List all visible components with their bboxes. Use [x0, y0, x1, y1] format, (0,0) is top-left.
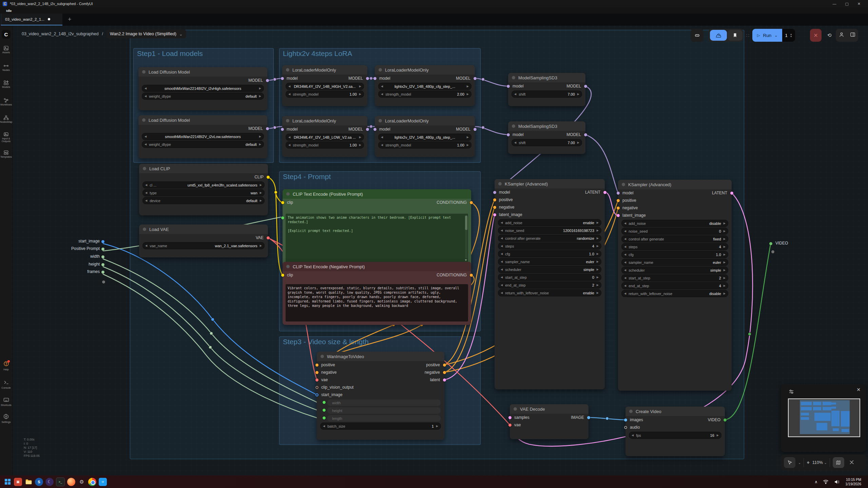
port-MODEL[interactable]	[366, 77, 369, 80]
port-positive[interactable]	[443, 364, 446, 367]
widget-left-arrow[interactable]: ◀	[501, 268, 503, 271]
collapse-dot[interactable]	[514, 407, 517, 411]
widget-width[interactable]: width	[327, 399, 441, 406]
widget-control after generate[interactable]: ◀control after generaterandomize▶	[498, 235, 601, 242]
widget-DR34ML4Y_I2V_14B_HIGH_V2.sa...[interactable]: ◀DR34ML4Y_I2V_14B_HIGH_V2.sa...▶	[286, 83, 364, 90]
port-model[interactable]	[507, 85, 510, 88]
collapse-dot[interactable]	[498, 182, 502, 186]
widget-strength_model[interactable]: ◀strength_model2.00▶	[378, 91, 471, 98]
prompt-textarea[interactable]: The animation shows two anime characters…	[286, 214, 468, 264]
widget-right-arrow[interactable]: ▶	[597, 291, 599, 294]
collapse-dot[interactable]	[512, 124, 515, 128]
taskbar-app-settings[interactable]: ⚙	[78, 478, 86, 486]
sidebar-item-workflows[interactable]: Workflows	[0, 98, 12, 106]
port-MODEL[interactable]	[474, 128, 477, 131]
widget-left-arrow[interactable]: ◀	[501, 245, 503, 248]
widget-start_at_step[interactable]: ◀start_at_step0▶	[498, 274, 601, 281]
taskbar-app-1[interactable]: ▣	[14, 478, 22, 486]
collapse-dot[interactable]	[286, 192, 290, 196]
widget-right-arrow[interactable]: ▶	[467, 136, 469, 139]
port-positive[interactable]	[617, 199, 620, 202]
tool-chevron[interactable]: ⌄	[798, 461, 801, 465]
node-header[interactable]: Create Video	[625, 407, 725, 416]
taskbar-app-chrome[interactable]	[88, 478, 96, 486]
minimap-close-icon[interactable]: ✕	[856, 387, 861, 392]
port-LATENT[interactable]	[603, 191, 606, 194]
node-header[interactable]: LoraLoaderModelOnly	[282, 116, 367, 125]
widget-left-arrow[interactable]: ◀	[145, 191, 147, 194]
widget-batch_size[interactable]: ◀batch_size1▶	[320, 423, 441, 430]
port-start_image[interactable]	[315, 393, 319, 396]
collapse-dot[interactable]	[286, 119, 289, 122]
collapse-dot[interactable]	[286, 68, 289, 72]
widget-right-arrow[interactable]: ▶	[597, 221, 599, 224]
widget-right-arrow[interactable]: ▶	[724, 284, 726, 287]
widget-steps[interactable]: ◀steps4▶	[498, 242, 601, 250]
widget-left-arrow[interactable]: ◀	[624, 245, 626, 248]
widget-left-arrow[interactable]: ◀	[501, 229, 503, 232]
port-vae[interactable]	[508, 424, 512, 427]
widget-right-arrow[interactable]: ▶	[597, 245, 599, 248]
taskbar-app-3[interactable]: ☾	[45, 478, 54, 486]
port-model[interactable]	[373, 128, 377, 131]
widget-right-arrow[interactable]: ▶	[359, 93, 361, 96]
workflow-tab[interactable]: 03_video_wan2_2_1...	[1, 14, 62, 25]
sidebar-item-assets[interactable]: Assets	[0, 45, 12, 54]
port-negative[interactable]	[493, 206, 496, 209]
widget-right-arrow[interactable]: ▶	[724, 237, 726, 240]
widget-device[interactable]: ◀devicedefault▶	[142, 197, 265, 204]
port-latent_image[interactable]	[493, 213, 496, 216]
widget-left-arrow[interactable]: ◀	[288, 85, 290, 88]
tray-chevron-icon[interactable]: ∧	[814, 480, 817, 484]
minimap-settings-icon[interactable]	[788, 389, 794, 395]
collapse-dot[interactable]	[629, 410, 633, 413]
widget-left-arrow[interactable]: ◀	[501, 221, 503, 224]
sidebar-item-nodesmap[interactable]: NodesMap	[0, 115, 12, 123]
user-button[interactable]	[836, 32, 847, 39]
breadcrumb-root[interactable]: 03_video_wan2_2_14B_i2v_subgraphed	[22, 32, 99, 36]
comfyui-logo[interactable]: C	[2, 30, 11, 39]
widget-end_at_step[interactable]: ◀end_at_step2▶	[498, 281, 601, 289]
port-negative[interactable]	[315, 371, 319, 374]
toolbar-drag-handle[interactable]: ⸬	[746, 29, 750, 42]
new-tab-button[interactable]: +	[68, 16, 72, 23]
widget-left-arrow[interactable]: ◀	[501, 252, 503, 255]
port-LATENT[interactable]	[730, 192, 733, 195]
widget-right-arrow[interactable]: ▶	[724, 276, 726, 279]
port-MODEL[interactable]	[584, 133, 587, 136]
widget-shift[interactable]: ◀shift7.00▶	[512, 139, 582, 146]
widget-add_noise[interactable]: ◀add_noiseenable▶	[498, 219, 601, 226]
port-MODEL[interactable]	[266, 127, 269, 130]
node-header[interactable]: KSampler (Advanced)	[618, 180, 732, 189]
minimap-viewport[interactable]	[788, 398, 860, 437]
widget-left-arrow[interactable]: ◀	[632, 434, 634, 437]
cancel-run-button[interactable]: ✕	[810, 29, 822, 42]
collapse-dot[interactable]	[143, 167, 146, 170]
node-header[interactable]: Load Diffusion Model	[138, 67, 267, 77]
widget-right-arrow[interactable]: ▶	[717, 434, 719, 437]
minimap-toggle-button[interactable]	[833, 457, 844, 468]
node-clip_loader[interactable]: Load CLIPCLIP◀cl ...umt5_xxl_fp8_e4m3fn_…	[139, 164, 268, 215]
widget-length[interactable]: length	[327, 415, 441, 422]
widget-strength_model[interactable]: ◀strength_model1.00▶	[286, 141, 364, 149]
widget-smoothMixWan2214BI2V_i2vLow.safetensors[interactable]: ◀smoothMixWan2214BI2V_i2vLow.safetensors…	[142, 133, 264, 140]
side-panel-button[interactable]	[847, 32, 858, 39]
node-ms2[interactable]: ModelSamplingSD3modelMODEL◀shift7.00▶	[508, 121, 585, 154]
subgraph-output-port[interactable]	[769, 242, 772, 245]
port-clip[interactable]	[281, 201, 284, 204]
sidebar-item-models[interactable]: Models	[0, 80, 12, 89]
widget-left-arrow[interactable]: ◀	[145, 183, 147, 187]
widget-sampler_name[interactable]: ◀sampler_nameeuler▶	[621, 259, 728, 266]
node-header[interactable]: CLIP Text Encode (Positive Prompt)	[283, 189, 471, 199]
breadcrumb-current[interactable]: Wan2.2 Image to Video (Simplified) ⌄	[107, 30, 186, 38]
select-tool-button[interactable]	[784, 457, 795, 468]
node-header[interactable]: ModelSamplingSD3	[508, 121, 585, 131]
widget-right-arrow[interactable]: ▶	[260, 199, 262, 202]
node-lora2[interactable]: LoraLoaderModelOnlymodelMODEL◀lightx2v_I…	[375, 65, 475, 106]
port-clip[interactable]	[281, 274, 284, 277]
node-header[interactable]: CLIP Text Encode (Negative Prompt)	[283, 262, 471, 271]
volume-icon[interactable]	[834, 480, 840, 484]
widget-left-arrow[interactable]: ◀	[381, 93, 383, 96]
collapse-dot[interactable]	[379, 119, 382, 122]
widget-left-arrow[interactable]: ◀	[323, 425, 325, 428]
